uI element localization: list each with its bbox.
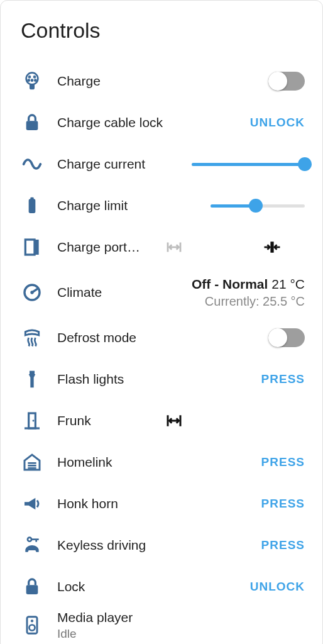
svg-point-24 [33,420,35,422]
charge-current-label: Charge current [57,156,151,172]
svg-point-3 [28,79,30,81]
keyless-press-button[interactable]: PRESS [261,538,305,552]
svg-rect-9 [25,240,35,255]
row-defrost: Defrost mode [18,317,305,358]
charge-limit-label: Charge limit [57,197,151,214]
row-charge-current: Charge current [18,143,305,185]
climate-set-temp: 21 °C [271,277,305,291]
keyless-label: Keyless driving [57,537,198,553]
garage-icon [18,452,46,472]
svg-rect-8 [30,197,33,200]
climate-label: Climate [57,284,151,301]
svg-point-4 [35,79,36,81]
svg-point-1 [28,76,30,78]
charge-current-slider[interactable] [192,158,305,170]
speaker-icon [18,615,46,635]
row-homelink: Homelink PRESS [18,441,305,483]
charge-port-icon [18,237,46,257]
row-charge: Charge [18,60,305,102]
defrost-toggle[interactable] [268,328,305,347]
svg-point-32 [28,538,31,541]
homelink-press-button[interactable]: PRESS [261,455,305,469]
row-charge-limit: Charge limit [18,185,305,226]
media-status: Idle [57,627,133,641]
svg-rect-35 [26,585,38,594]
climate-values: Off - Normal 21 °C Currently: 25.5 °C [163,277,305,309]
media-label: Media player [57,609,133,626]
row-charge-port: Charge port… [18,226,305,268]
row-lock: Lock UNLOCK [18,566,305,608]
row-horn: Honk horn PRESS [18,483,305,525]
climate-preset: Normal [222,277,268,291]
charge-limit-slider[interactable] [211,200,305,211]
defrost-icon [18,328,46,348]
gauge-icon [18,282,46,303]
sine-wave-icon [18,154,46,174]
door-icon [18,411,46,431]
charge-port-close-button[interactable] [261,236,283,258]
lock-icon [18,113,46,133]
car-key-icon [18,535,46,555]
svg-marker-21 [29,374,36,387]
row-frunk: Frunk [18,400,305,441]
svg-point-5 [31,79,33,81]
flashlight-icon [18,369,46,389]
svg-rect-6 [26,121,38,130]
charge-toggle[interactable] [268,72,305,91]
lock-unlock-button[interactable]: UNLOCK [250,580,305,594]
flash-press-button[interactable]: PRESS [261,372,305,386]
svg-rect-23 [29,413,36,428]
climate-current-temp: Currently: 25.5 °C [163,294,305,309]
horn-label: Honk horn [57,496,184,512]
ev-connector-icon [18,71,46,91]
cable-lock-label: Charge cable lock [57,114,200,131]
svg-rect-7 [29,199,36,213]
climate-state: Off [192,277,211,291]
charge-label: Charge [57,73,178,89]
row-flash: Flash lights PRESS [18,358,305,400]
cable-lock-unlock-button[interactable]: UNLOCK [250,116,305,130]
row-climate[interactable]: Climate Off - Normal 21 °C Currently: 25… [18,268,305,317]
lock-label: Lock [57,579,162,595]
controls-card: Controls Charge Charge cable lock UNLOCK… [0,0,323,644]
charge-port-label: Charge port… [57,239,151,255]
page-title: Controls [18,18,305,43]
svg-rect-20 [30,371,35,374]
defrost-label: Defrost mode [57,330,197,346]
svg-point-38 [29,625,35,630]
homelink-label: Homelink [57,454,181,470]
svg-rect-10 [35,240,39,255]
svg-point-2 [33,76,35,78]
charge-port-open-button [163,236,185,258]
row-media[interactable]: Media player Idle [18,608,305,643]
row-keyless: Keyless driving PRESS [18,525,305,566]
bullhorn-icon [18,494,46,514]
frunk-open-button[interactable] [163,409,185,432]
row-cable-lock: Charge cable lock UNLOCK [18,102,305,143]
svg-point-37 [31,619,33,622]
lock-icon [18,577,46,597]
horn-press-button[interactable]: PRESS [261,497,305,511]
flash-label: Flash lights [57,371,187,387]
frunk-label: Frunk [57,413,151,429]
battery-icon [18,196,46,216]
svg-point-19 [30,291,33,294]
svg-point-0 [26,73,38,85]
